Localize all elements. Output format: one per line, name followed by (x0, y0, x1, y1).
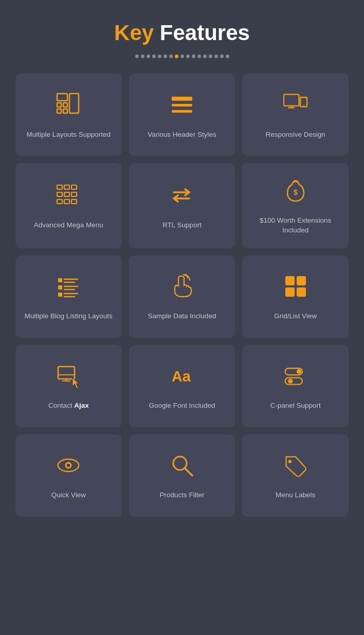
dot-4 (152, 55, 156, 58)
svg-rect-7 (172, 104, 192, 106)
svg-rect-17 (71, 185, 77, 189)
feature-products-filter: Products Filter (129, 434, 235, 517)
various-header-label: Various Header Styles (148, 130, 216, 140)
pagination-dots (0, 55, 364, 58)
svg-rect-21 (57, 199, 62, 204)
extensions-label: $100 Worth Extensions Included (250, 216, 341, 235)
dot-3 (147, 55, 150, 58)
svg-rect-20 (71, 192, 77, 196)
svg-rect-39 (297, 287, 306, 297)
page-header: Key Features (0, 0, 364, 58)
title-highlight: Key (114, 21, 154, 45)
cpanel-label: C-panel Support (270, 401, 321, 411)
svg-rect-36 (285, 276, 295, 285)
feature-menu-labels: Menu Labels (242, 434, 349, 517)
svg-rect-2 (63, 103, 67, 107)
title-rest: Features (154, 21, 250, 45)
svg-point-53 (67, 464, 70, 467)
rtl-icon (170, 183, 194, 211)
dot-6 (163, 55, 167, 58)
multiple-layouts-label: Multiple Layouts Supported (27, 130, 111, 140)
svg-rect-4 (63, 109, 67, 113)
svg-rect-1 (57, 103, 61, 107)
svg-rect-15 (57, 185, 62, 189)
feature-blog-layouts: Multiple Blog Listing Layouts (15, 256, 122, 338)
svg-point-48 (297, 369, 301, 374)
svg-rect-16 (64, 185, 69, 189)
eye-icon (56, 453, 81, 481)
dot-17 (226, 55, 229, 58)
svg-rect-9 (284, 94, 299, 105)
feature-cpanel: C-panel Support (242, 345, 349, 427)
dot-15 (214, 55, 218, 58)
feature-responsive: Responsive Design (242, 74, 349, 156)
svg-rect-18 (57, 192, 62, 196)
header-icon (170, 93, 194, 121)
svg-rect-6 (172, 97, 192, 101)
svg-text:Aa: Aa (172, 369, 191, 385)
responsive-label: Responsive Design (266, 130, 325, 140)
feature-grid-list: Grid/List View (242, 256, 349, 338)
dot-8-active (175, 55, 178, 58)
quick-view-label: Quick View (51, 491, 86, 500)
features-grid: Multiple Layouts Supported Various Heade… (0, 68, 364, 532)
feature-contact-ajax: Contact Ajax (15, 345, 122, 427)
svg-rect-22 (64, 199, 69, 204)
svg-point-56 (288, 460, 291, 463)
font-icon: Aa (170, 364, 194, 392)
dot-13 (203, 55, 207, 58)
rtl-label: RTL Support (162, 221, 202, 230)
tag-icon (283, 453, 308, 481)
svg-rect-8 (172, 110, 192, 113)
grid-list-label: Grid/List View (274, 312, 317, 321)
blog-icon (56, 274, 81, 302)
sample-data-label: Sample Data Included (148, 312, 216, 321)
svg-rect-38 (285, 287, 295, 297)
svg-rect-37 (297, 276, 306, 285)
ajax-bold: Ajax (74, 402, 89, 409)
ajax-icon (56, 364, 81, 392)
megamenu-icon (56, 183, 81, 211)
svg-point-14 (303, 105, 304, 106)
feature-quick-view: Quick View (15, 434, 122, 517)
svg-rect-27 (58, 278, 62, 282)
svg-rect-33 (58, 293, 62, 297)
feature-extensions: $ $100 Worth Extensions Included (242, 163, 349, 248)
google-font-label: Google Font Included (149, 401, 215, 411)
search-icon (170, 453, 194, 481)
grid-icon (283, 274, 308, 302)
feature-mega-menu: Advanced Mega Menu (15, 163, 122, 248)
svg-line-55 (185, 468, 192, 476)
dot-12 (197, 55, 201, 58)
svg-rect-23 (71, 199, 77, 204)
svg-rect-5 (69, 94, 79, 113)
dot-9 (180, 55, 184, 58)
svg-rect-40 (58, 367, 75, 379)
svg-rect-49 (285, 378, 302, 385)
feature-rtl: RTL Support (129, 163, 235, 248)
touch-icon (170, 274, 194, 302)
feature-sample-data: Sample Data Included (129, 256, 235, 338)
svg-marker-45 (72, 378, 79, 388)
contact-ajax-label: Contact Ajax (48, 401, 89, 411)
feature-multiple-layouts: Multiple Layouts Supported (15, 74, 122, 156)
svg-rect-19 (64, 192, 69, 196)
blog-layouts-label: Multiple Blog Listing Layouts (25, 312, 113, 321)
dot-7 (169, 55, 173, 58)
svg-rect-3 (57, 109, 61, 113)
dot-5 (158, 55, 161, 58)
dot-16 (220, 55, 224, 58)
page-title: Key Features (10, 21, 354, 45)
responsive-icon (283, 93, 308, 121)
svg-point-50 (288, 379, 293, 384)
svg-rect-30 (58, 285, 62, 289)
feature-various-header: Various Header Styles (129, 74, 235, 156)
products-filter-label: Products Filter (159, 491, 204, 500)
menu-labels-label: Menu Labels (276, 491, 315, 500)
toggle-icon (283, 364, 308, 392)
svg-rect-0 (57, 94, 67, 101)
dot-2 (141, 55, 144, 58)
dot-11 (192, 55, 195, 58)
money-icon: $ (283, 178, 308, 207)
dot-14 (209, 55, 212, 58)
